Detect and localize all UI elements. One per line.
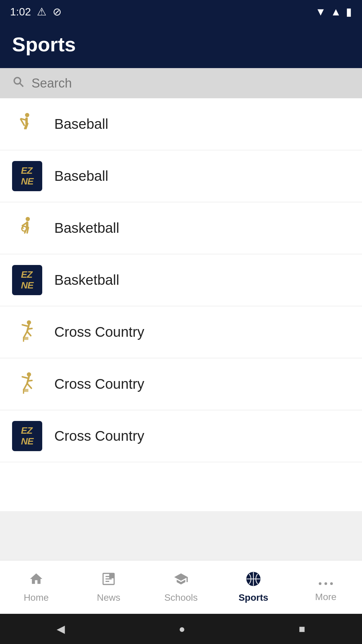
- basketball-sport-icon: [12, 213, 42, 243]
- list-item[interactable]: Cross Country: [0, 358, 362, 410]
- nav-label-schools: Schools: [164, 592, 198, 603]
- warning-icon: ⚠: [37, 5, 47, 18]
- svg-line-20: [27, 331, 31, 336]
- sports-list: Baseball EZNE Baseball Basketball EZNE: [0, 98, 362, 511]
- svg-point-39: [324, 582, 327, 585]
- nav-label-news: News: [97, 592, 120, 603]
- crosscountry-sport-icon-1: [12, 317, 42, 347]
- svg-line-26: [28, 380, 32, 381]
- nav-label-sports: Sports: [239, 592, 268, 603]
- svg-line-1: [20, 83, 23, 86]
- search-icon: [12, 75, 25, 91]
- svg-line-10: [22, 223, 26, 226]
- list-item-label: Baseball: [54, 116, 108, 132]
- search-input[interactable]: [32, 76, 350, 91]
- svg-point-40: [330, 582, 333, 585]
- signal-icon: ▲: [330, 6, 341, 18]
- svg-line-14: [22, 227, 24, 229]
- svg-rect-30: [23, 389, 28, 392]
- battery-icon: ▮: [346, 5, 352, 18]
- more-icon: [318, 572, 333, 589]
- schools-icon: [174, 572, 188, 590]
- page-title: Sports: [12, 33, 350, 56]
- nav-item-sports[interactable]: Sports: [217, 560, 290, 614]
- list-item-label: Cross Country: [54, 428, 144, 444]
- svg-line-25: [22, 377, 27, 378]
- bottom-navigation: Home News Schools: [0, 560, 362, 614]
- sports-icon: [246, 572, 261, 590]
- news-icon: [101, 572, 116, 590]
- svg-rect-9: [26, 221, 28, 227]
- svg-point-0: [14, 77, 20, 84]
- svg-line-17: [22, 325, 27, 326]
- nav-item-home[interactable]: Home: [0, 560, 72, 614]
- nav-item-news[interactable]: News: [72, 560, 145, 614]
- page-header: Sports: [0, 23, 362, 68]
- list-item[interactable]: Basketball: [0, 202, 362, 254]
- recents-button[interactable]: ■: [299, 623, 305, 635]
- svg-point-2: [25, 113, 29, 117]
- time-display: 1:02: [10, 6, 31, 18]
- list-item[interactable]: EZNE Cross Country: [0, 410, 362, 462]
- list-item-label: Basketball: [54, 220, 119, 236]
- nav-item-more[interactable]: More: [290, 560, 362, 614]
- wifi-icon: ▼: [315, 6, 326, 18]
- list-item[interactable]: EZNE Baseball: [0, 150, 362, 202]
- block-icon: ⊘: [53, 5, 62, 18]
- crosscountry-sport-icon-2: [12, 369, 42, 399]
- back-button[interactable]: ◀: [57, 623, 65, 635]
- svg-point-38: [319, 582, 321, 585]
- ezone-logo-crosscountry: EZNE: [12, 421, 42, 451]
- ezone-logo-baseball: EZNE: [12, 161, 42, 191]
- list-item[interactable]: Baseball: [0, 98, 362, 150]
- nav-label-home: Home: [24, 592, 49, 603]
- baseball-sport-icon: [12, 109, 42, 139]
- svg-point-8: [26, 217, 30, 221]
- list-item-label: Baseball: [54, 168, 108, 184]
- list-item-label: Basketball: [54, 272, 119, 288]
- home-icon: [29, 572, 44, 590]
- ezone-logo-basketball: EZNE: [12, 265, 42, 295]
- svg-rect-35: [109, 573, 114, 578]
- list-item-label: Cross Country: [54, 324, 144, 340]
- list-item[interactable]: Cross Country: [0, 306, 362, 358]
- svg-line-19: [24, 331, 27, 337]
- list-item-label: Cross Country: [54, 376, 144, 392]
- home-button[interactable]: ●: [179, 623, 185, 635]
- svg-rect-22: [23, 337, 28, 340]
- list-item[interactable]: EZNE Basketball: [0, 254, 362, 306]
- status-bar: 1:02 ⚠ ⊘ ▼ ▲ ▮: [0, 0, 362, 23]
- android-nav-bar: ◀ ● ■: [0, 614, 362, 644]
- svg-line-18: [28, 328, 32, 329]
- nav-label-more: More: [315, 592, 337, 602]
- search-bar[interactable]: [0, 68, 362, 98]
- svg-line-28: [27, 383, 32, 388]
- nav-item-schools[interactable]: Schools: [145, 560, 217, 614]
- svg-line-27: [24, 383, 27, 389]
